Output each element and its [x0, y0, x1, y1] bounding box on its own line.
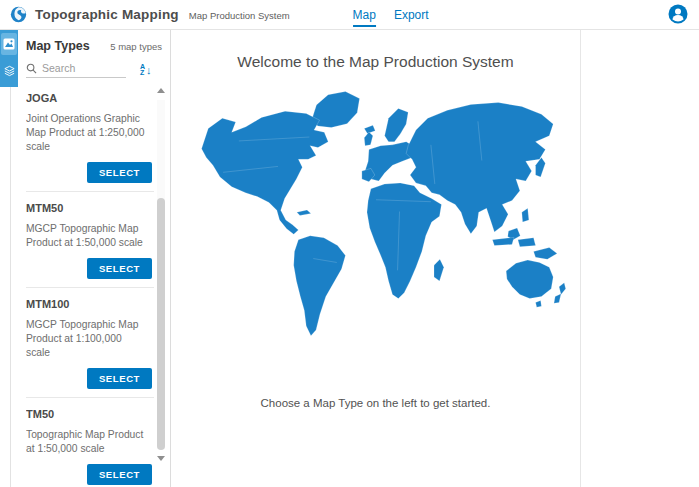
- sort-arrow-down-icon: ↓: [146, 64, 152, 76]
- map-type-name: TM50: [26, 405, 154, 420]
- instruction-text: Choose a Map Type on the left to get sta…: [171, 397, 580, 409]
- scrollbar-track[interactable]: [157, 100, 165, 449]
- select-button-tm50[interactable]: SELECT: [87, 464, 152, 485]
- world-map: [180, 82, 572, 341]
- select-button-mtm100[interactable]: SELECT: [87, 368, 152, 389]
- select-button-joga[interactable]: SELECT: [87, 162, 152, 183]
- map-type-name: MTM100: [26, 295, 154, 310]
- scrollbar-thumb[interactable]: [157, 198, 165, 450]
- app-subtitle: Map Production System: [189, 10, 290, 21]
- app-body: Map Types 5 map types A Z: [0, 30, 699, 487]
- map-type-description: MGCP Topographic Map Product at 1:50,000…: [26, 222, 148, 250]
- map-types-panel: Map Types 5 map types A Z: [18, 30, 171, 487]
- panel-title: Map Types: [26, 39, 90, 53]
- search-box: [26, 62, 126, 78]
- sort-az-button[interactable]: A Z ↓: [140, 64, 152, 77]
- panel-header: Map Types 5 map types A Z: [18, 30, 170, 78]
- layers-icon: [3, 64, 16, 77]
- map-type-description: Joint Operations Graphic Map Product at …: [26, 112, 148, 154]
- app-logo-globe-icon: [10, 6, 27, 23]
- map-type-description: Topographic Map Product at 1:50,000 scal…: [26, 428, 148, 456]
- map-type-name: MTM50: [26, 199, 154, 214]
- select-button-mtm50[interactable]: SELECT: [87, 258, 152, 279]
- map-type-list: JOGA Joint Operations Graphic Map Produc…: [26, 82, 154, 487]
- user-avatar-icon[interactable]: [668, 4, 688, 24]
- map-types-count: 5 map types: [110, 41, 162, 52]
- scroll-up-arrow-icon[interactable]: [157, 88, 165, 93]
- search-icon: [26, 63, 37, 74]
- header-bar: Topographic Mapping Map Production Syste…: [0, 0, 699, 30]
- sort-az-icon: A Z: [140, 64, 145, 77]
- widget-action-bar: [0, 30, 18, 87]
- layers-widget-button[interactable]: [1, 59, 17, 81]
- list-item-tm50: TM50 Topographic Map Product at 1:50,000…: [26, 398, 154, 487]
- scroll-down-arrow-icon[interactable]: [157, 456, 165, 461]
- map-type-description: MGCP Topographic Map Product at 1:100,00…: [26, 318, 148, 360]
- right-empty-panel: [582, 30, 699, 487]
- app-window: Topographic Mapping Map Production Syste…: [0, 0, 699, 487]
- list-item-mtm50: MTM50 MGCP Topographic Map Product at 1:…: [26, 192, 154, 288]
- list-item-joga: JOGA Joint Operations Graphic Map Produc…: [26, 82, 154, 192]
- map-product-icon: [3, 38, 15, 50]
- sidebar-scrollbar[interactable]: [156, 88, 166, 461]
- rail-divider: [10, 87, 11, 487]
- tab-map[interactable]: Map: [353, 0, 376, 30]
- welcome-title: Welcome to the Map Production System: [171, 53, 580, 71]
- search-input[interactable]: [42, 62, 122, 74]
- map-types-widget-button[interactable]: [1, 33, 17, 55]
- header-tabs: Map Export: [353, 0, 429, 30]
- tab-export[interactable]: Export: [394, 0, 429, 30]
- app-title: Topographic Mapping: [35, 7, 179, 22]
- list-item-mtm100: MTM100 MGCP Topographic Map Product at 1…: [26, 288, 154, 398]
- map-type-name: JOGA: [26, 89, 154, 104]
- main-content: Welcome to the Map Production System: [171, 30, 581, 487]
- world-map-container: [171, 82, 580, 341]
